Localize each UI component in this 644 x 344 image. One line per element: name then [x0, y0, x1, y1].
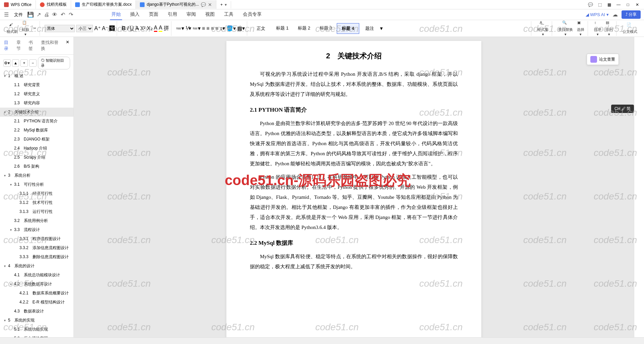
- toc-item[interactable]: 3.1.2 技术可行性: [0, 198, 73, 207]
- file-menu[interactable]: 文件: [11, 10, 25, 19]
- grid-icon[interactable]: ▦: [605, 1, 613, 8]
- toc-item[interactable]: 3.3.3 删除信息流程图设计: [0, 252, 73, 262]
- clear-format-icon[interactable]: 🅰: [109, 25, 115, 32]
- document-tab[interactable]: 找稻壳模板: [36, 0, 71, 9]
- toc-remove-button[interactable]: −: [29, 59, 37, 67]
- toc-item[interactable]: 3.1.1 经济可行性: [0, 189, 73, 198]
- multilevel-list-button[interactable]: ≔▾: [193, 25, 201, 32]
- hamburger-icon[interactable]: ☰: [3, 12, 9, 18]
- toc-item[interactable]: 2.5 Scrapy 介绍: [0, 153, 73, 162]
- toc-expand-icon[interactable]: ▾: [4, 319, 8, 322]
- share-button[interactable]: ⤴ 分享: [622, 10, 641, 19]
- toc-item[interactable]: ▾2 关键技术介绍: [0, 108, 73, 117]
- toc-expand-icon[interactable]: ▾: [10, 337, 14, 337]
- menu-tab-工具[interactable]: 工具: [223, 9, 235, 20]
- toc-item[interactable]: 3.3.1 程序流程图设计: [0, 234, 73, 243]
- superscript-button[interactable]: X²: [140, 25, 146, 32]
- save-icon[interactable]: 💾: [28, 12, 34, 18]
- font-size-select[interactable]: 小三: [76, 25, 93, 32]
- toc-item[interactable]: 3.3.2 添加信息流程图设计: [0, 243, 73, 252]
- highlight-button[interactable]: A: [159, 25, 162, 32]
- bullet-list-button[interactable]: ≔▾: [176, 25, 184, 32]
- sidebar-tab[interactable]: 书签: [29, 40, 37, 52]
- decrease-font-icon[interactable]: A⁻: [102, 25, 108, 32]
- toc-item[interactable]: 2.4 Hadoop 介绍: [0, 144, 73, 153]
- undo-icon[interactable]: ↶: [60, 12, 66, 18]
- toc-settings-icon[interactable]: ⚙▾: [3, 59, 11, 67]
- document-tab[interactable]: django基于Python可视化的...💬✕: [136, 0, 216, 9]
- close-button[interactable]: ✕: [633, 1, 641, 8]
- italic-button[interactable]: I: [127, 25, 128, 32]
- align-right-button[interactable]: ≡: [211, 25, 214, 32]
- toc-item[interactable]: 1.2 研究意义: [0, 90, 73, 99]
- print-icon[interactable]: 🖨: [44, 12, 50, 18]
- redo-icon[interactable]: ↷: [68, 12, 74, 18]
- heading-style-2[interactable]: 标题 2: [293, 23, 315, 34]
- cloud-icon[interactable]: ☁: [612, 12, 618, 18]
- toc-item[interactable]: 4.2.2 E-R 模型结构设计: [0, 298, 73, 307]
- maximize-button[interactable]: □: [624, 1, 632, 8]
- new-tab-button[interactable]: +▾: [216, 1, 231, 8]
- toc-expand-icon[interactable]: ▾: [4, 264, 8, 268]
- sidebar-tab[interactable]: 查找和替换: [41, 40, 62, 52]
- heading-style-1[interactable]: 标题 1: [271, 23, 293, 34]
- border-button[interactable]: ▦▾: [237, 25, 245, 32]
- tab-close-icon[interactable]: ✕: [208, 2, 212, 7]
- paper-check-button[interactable]: 论文查重: [587, 54, 619, 65]
- toc-item[interactable]: 4.3 数据表设计: [0, 307, 73, 316]
- strikethrough-button[interactable]: A̶: [135, 25, 139, 32]
- toc-expand-icon[interactable]: ▾: [10, 183, 14, 186]
- toc-expand-icon[interactable]: ▾: [4, 174, 8, 177]
- toc-item[interactable]: 3.2 系统用例分析: [0, 216, 73, 225]
- menu-tab-页面[interactable]: 页面: [148, 9, 160, 20]
- preview-icon[interactable]: 👁: [52, 12, 58, 18]
- increase-font-icon[interactable]: A⁺: [94, 25, 101, 32]
- arrange-button[interactable]: ▤排列▾: [604, 20, 614, 37]
- toc-item[interactable]: ▾3.1 可行性分析: [0, 180, 73, 189]
- toc-expand-icon[interactable]: ▾: [4, 74, 8, 78]
- body-text-style[interactable]: 正文: [252, 23, 270, 34]
- menu-tab-视图[interactable]: 视图: [204, 9, 216, 20]
- toc-up-button[interactable]: ▲: [12, 59, 19, 67]
- toc-item[interactable]: ▾5.2 后台模块实现: [0, 334, 73, 337]
- toc-item[interactable]: 5.1 系统功能实现: [0, 325, 73, 334]
- toc-item[interactable]: 2.1 PYTHON 语言简介: [0, 117, 73, 126]
- sidebar-tab[interactable]: 章节: [16, 40, 25, 52]
- heading-style-3[interactable]: 标题 3: [315, 23, 337, 34]
- align-left-button[interactable]: ≡: [202, 25, 205, 32]
- toc-item[interactable]: 1.3 研究内容: [0, 99, 73, 108]
- toc-item[interactable]: 4.2.1 数据库系统概要设计: [0, 289, 73, 298]
- font-family-select[interactable]: 黑体: [45, 25, 75, 32]
- format-painter-button[interactable]: 🖌格式刷: [5, 22, 19, 35]
- export-icon[interactable]: ↗: [36, 12, 42, 18]
- line-spacing-button[interactable]: ↕▾: [220, 25, 225, 32]
- minimize-button[interactable]: —: [614, 1, 623, 8]
- chat-icon[interactable]: 💬: [586, 1, 594, 8]
- toc-expand-icon[interactable]: ▾: [10, 228, 14, 232]
- sidebar-close-icon[interactable]: ✕: [66, 40, 69, 52]
- phonetic-button[interactable]: 拼: [164, 25, 169, 32]
- menu-tab-引用[interactable]: 引用: [166, 9, 178, 20]
- sort-button[interactable]: ↕排序▾: [593, 20, 603, 37]
- cube-icon[interactable]: ⬚: [596, 1, 604, 8]
- underline-button[interactable]: U: [130, 25, 134, 32]
- toc-item[interactable]: ▾5 系统的实现: [0, 316, 73, 325]
- heading-style-4[interactable]: 标题 4: [337, 23, 359, 34]
- subscript-button[interactable]: X₂: [147, 25, 153, 32]
- font-color-button[interactable]: A: [154, 25, 158, 32]
- toc-item[interactable]: ▾3 系统分析: [0, 171, 73, 180]
- toc-item[interactable]: 1.1 研究背景: [0, 80, 73, 90]
- select-button[interactable]: ▣选择▾: [576, 20, 586, 37]
- toc-item[interactable]: 2.6 B/S 架构: [0, 162, 73, 171]
- wps-ai-button[interactable]: ◢ WPS AI ▾: [586, 12, 609, 17]
- number-list-button[interactable]: ⅟▾: [185, 25, 191, 32]
- fill-color-button[interactable]: 🪣▾: [226, 25, 236, 32]
- toc-expand-icon[interactable]: ▾: [10, 282, 14, 286]
- document-tab[interactable]: 生产印模图片替换方案.docx: [71, 0, 136, 9]
- toc-item[interactable]: ▾1 概 述: [0, 71, 73, 80]
- align-justify-button[interactable]: ≡: [215, 25, 218, 32]
- document-tab[interactable]: WPS Office: [0, 0, 36, 9]
- menu-tab-插入[interactable]: 插入: [129, 9, 141, 20]
- cut-button[interactable]: ✂: [32, 25, 38, 31]
- toc-item[interactable]: 2.3 DJANGO 框架: [0, 135, 73, 144]
